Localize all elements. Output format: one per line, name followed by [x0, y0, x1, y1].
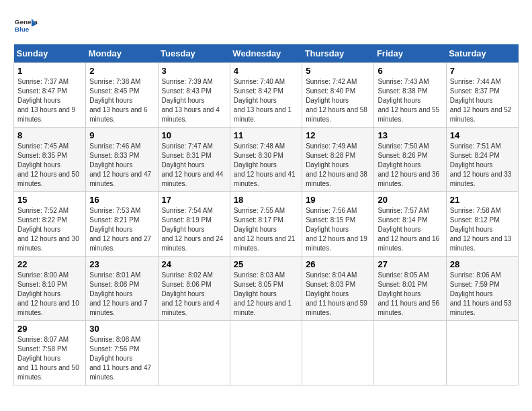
logo: General Blue — [13, 13, 38, 38]
day-detail: Sunrise: 8:06 AM Sunset: 7:59 PM Dayligh… — [450, 271, 515, 318]
day-number: 3 — [162, 66, 226, 76]
day-detail: Sunrise: 7:45 AM Sunset: 8:35 PM Dayligh… — [17, 142, 82, 189]
day-number: 23 — [89, 259, 154, 269]
week-row-1: 1 Sunrise: 7:37 AM Sunset: 8:47 PM Dayli… — [14, 63, 519, 128]
col-header-sunday: Sunday — [14, 44, 86, 63]
day-cell-10: 10 Sunrise: 7:47 AM Sunset: 8:31 PM Dayl… — [158, 128, 230, 192]
day-detail: Sunrise: 8:03 AM Sunset: 8:05 PM Dayligh… — [234, 271, 298, 318]
day-detail: Sunrise: 8:05 AM Sunset: 8:01 PM Dayligh… — [378, 271, 442, 318]
day-detail: Sunrise: 7:54 AM Sunset: 8:19 PM Dayligh… — [162, 206, 226, 253]
day-cell-6: 6 Sunrise: 7:43 AM Sunset: 8:38 PM Dayli… — [374, 63, 446, 128]
empty-cell — [302, 321, 374, 385]
day-detail: Sunrise: 7:47 AM Sunset: 8:31 PM Dayligh… — [162, 142, 226, 189]
day-number: 16 — [89, 195, 154, 205]
day-cell-4: 4 Sunrise: 7:40 AM Sunset: 8:42 PM Dayli… — [230, 63, 302, 128]
col-header-tuesday: Tuesday — [158, 44, 230, 63]
calendar-table: SundayMondayTuesdayWednesdayThursdayFrid… — [13, 44, 519, 385]
day-number: 10 — [162, 130, 226, 140]
day-detail: Sunrise: 7:44 AM Sunset: 8:37 PM Dayligh… — [450, 77, 515, 124]
day-cell-3: 3 Sunrise: 7:39 AM Sunset: 8:43 PM Dayli… — [158, 63, 230, 128]
day-cell-24: 24 Sunrise: 8:02 AM Sunset: 8:06 PM Dayl… — [158, 257, 230, 321]
week-row-5: 29 Sunrise: 8:07 AM Sunset: 7:58 PM Dayl… — [14, 321, 519, 385]
day-detail: Sunrise: 8:08 AM Sunset: 7:56 PM Dayligh… — [89, 335, 154, 382]
col-header-wednesday: Wednesday — [230, 44, 302, 63]
day-cell-29: 29 Sunrise: 8:07 AM Sunset: 7:58 PM Dayl… — [14, 321, 86, 385]
day-detail: Sunrise: 7:50 AM Sunset: 8:26 PM Dayligh… — [378, 142, 442, 189]
logo-icon: General Blue — [13, 13, 38, 38]
day-cell-30: 30 Sunrise: 8:08 AM Sunset: 7:56 PM Dayl… — [86, 321, 158, 385]
day-cell-19: 19 Sunrise: 7:56 AM Sunset: 8:15 PM Dayl… — [302, 192, 374, 257]
empty-cell — [230, 321, 302, 385]
day-number: 29 — [17, 324, 82, 334]
header-row: SundayMondayTuesdayWednesdayThursdayFrid… — [14, 44, 519, 63]
day-number: 28 — [450, 259, 515, 269]
day-number: 24 — [162, 259, 226, 269]
week-row-4: 22 Sunrise: 8:00 AM Sunset: 8:10 PM Dayl… — [14, 257, 519, 321]
day-detail: Sunrise: 7:42 AM Sunset: 8:40 PM Dayligh… — [306, 77, 370, 124]
day-number: 15 — [17, 195, 82, 205]
day-number: 26 — [306, 259, 370, 269]
day-detail: Sunrise: 8:01 AM Sunset: 8:08 PM Dayligh… — [89, 271, 154, 318]
day-detail: Sunrise: 7:40 AM Sunset: 8:42 PM Dayligh… — [234, 77, 298, 124]
day-cell-9: 9 Sunrise: 7:46 AM Sunset: 8:33 PM Dayli… — [86, 128, 158, 192]
day-detail: Sunrise: 7:38 AM Sunset: 8:45 PM Dayligh… — [89, 77, 154, 124]
day-cell-20: 20 Sunrise: 7:57 AM Sunset: 8:14 PM Dayl… — [374, 192, 446, 257]
day-detail: Sunrise: 7:57 AM Sunset: 8:14 PM Dayligh… — [378, 206, 442, 253]
day-cell-15: 15 Sunrise: 7:52 AM Sunset: 8:22 PM Dayl… — [14, 192, 86, 257]
day-cell-17: 17 Sunrise: 7:54 AM Sunset: 8:19 PM Dayl… — [158, 192, 230, 257]
day-number: 30 — [89, 324, 154, 334]
day-number: 25 — [234, 259, 298, 269]
day-detail: Sunrise: 7:46 AM Sunset: 8:33 PM Dayligh… — [89, 142, 154, 189]
day-detail: Sunrise: 8:04 AM Sunset: 8:03 PM Dayligh… — [306, 271, 370, 318]
empty-cell — [158, 321, 230, 385]
day-number: 7 — [450, 66, 515, 76]
week-row-3: 15 Sunrise: 7:52 AM Sunset: 8:22 PM Dayl… — [14, 192, 519, 257]
day-number: 14 — [450, 130, 515, 140]
day-number: 18 — [234, 195, 298, 205]
svg-text:Blue: Blue — [15, 26, 30, 33]
day-number: 8 — [17, 130, 82, 140]
col-header-friday: Friday — [374, 44, 446, 63]
day-detail: Sunrise: 8:00 AM Sunset: 8:10 PM Dayligh… — [17, 271, 82, 318]
week-row-2: 8 Sunrise: 7:45 AM Sunset: 8:35 PM Dayli… — [14, 128, 519, 192]
day-number: 12 — [306, 130, 370, 140]
day-detail: Sunrise: 8:07 AM Sunset: 7:58 PM Dayligh… — [17, 335, 82, 382]
day-detail: Sunrise: 7:48 AM Sunset: 8:30 PM Dayligh… — [234, 142, 298, 189]
day-detail: Sunrise: 7:55 AM Sunset: 8:17 PM Dayligh… — [234, 206, 298, 253]
day-detail: Sunrise: 7:37 AM Sunset: 8:47 PM Dayligh… — [17, 77, 82, 124]
day-cell-1: 1 Sunrise: 7:37 AM Sunset: 8:47 PM Dayli… — [14, 63, 86, 128]
day-cell-27: 27 Sunrise: 8:05 AM Sunset: 8:01 PM Dayl… — [374, 257, 446, 321]
day-cell-2: 2 Sunrise: 7:38 AM Sunset: 8:45 PM Dayli… — [86, 63, 158, 128]
day-cell-25: 25 Sunrise: 8:03 AM Sunset: 8:05 PM Dayl… — [230, 257, 302, 321]
empty-cell — [374, 321, 446, 385]
day-number: 11 — [234, 130, 298, 140]
day-cell-26: 26 Sunrise: 8:04 AM Sunset: 8:03 PM Dayl… — [302, 257, 374, 321]
day-cell-14: 14 Sunrise: 7:51 AM Sunset: 8:24 PM Dayl… — [446, 128, 518, 192]
col-header-monday: Monday — [86, 44, 158, 63]
day-detail: Sunrise: 7:49 AM Sunset: 8:28 PM Dayligh… — [306, 142, 370, 189]
day-detail: Sunrise: 7:56 AM Sunset: 8:15 PM Dayligh… — [306, 206, 370, 253]
day-detail: Sunrise: 7:58 AM Sunset: 8:12 PM Dayligh… — [450, 206, 515, 253]
day-number: 19 — [306, 195, 370, 205]
day-cell-8: 8 Sunrise: 7:45 AM Sunset: 8:35 PM Dayli… — [14, 128, 86, 192]
day-number: 20 — [378, 195, 442, 205]
col-header-thursday: Thursday — [302, 44, 374, 63]
day-number: 6 — [378, 66, 442, 76]
day-detail: Sunrise: 7:52 AM Sunset: 8:22 PM Dayligh… — [17, 206, 82, 253]
day-detail: Sunrise: 7:39 AM Sunset: 8:43 PM Dayligh… — [162, 77, 226, 124]
day-cell-23: 23 Sunrise: 8:01 AM Sunset: 8:08 PM Dayl… — [86, 257, 158, 321]
empty-cell — [446, 321, 518, 385]
day-detail: Sunrise: 7:53 AM Sunset: 8:21 PM Dayligh… — [89, 206, 154, 253]
day-number: 22 — [17, 259, 82, 269]
day-detail: Sunrise: 7:51 AM Sunset: 8:24 PM Dayligh… — [450, 142, 515, 189]
day-detail: Sunrise: 7:43 AM Sunset: 8:38 PM Dayligh… — [378, 77, 442, 124]
day-cell-21: 21 Sunrise: 7:58 AM Sunset: 8:12 PM Dayl… — [446, 192, 518, 257]
day-cell-7: 7 Sunrise: 7:44 AM Sunset: 8:37 PM Dayli… — [446, 63, 518, 128]
day-number: 13 — [378, 130, 442, 140]
day-number: 21 — [450, 195, 515, 205]
day-cell-12: 12 Sunrise: 7:49 AM Sunset: 8:28 PM Dayl… — [302, 128, 374, 192]
day-number: 2 — [89, 66, 154, 76]
day-number: 17 — [162, 195, 226, 205]
day-cell-16: 16 Sunrise: 7:53 AM Sunset: 8:21 PM Dayl… — [86, 192, 158, 257]
day-number: 1 — [17, 66, 82, 76]
